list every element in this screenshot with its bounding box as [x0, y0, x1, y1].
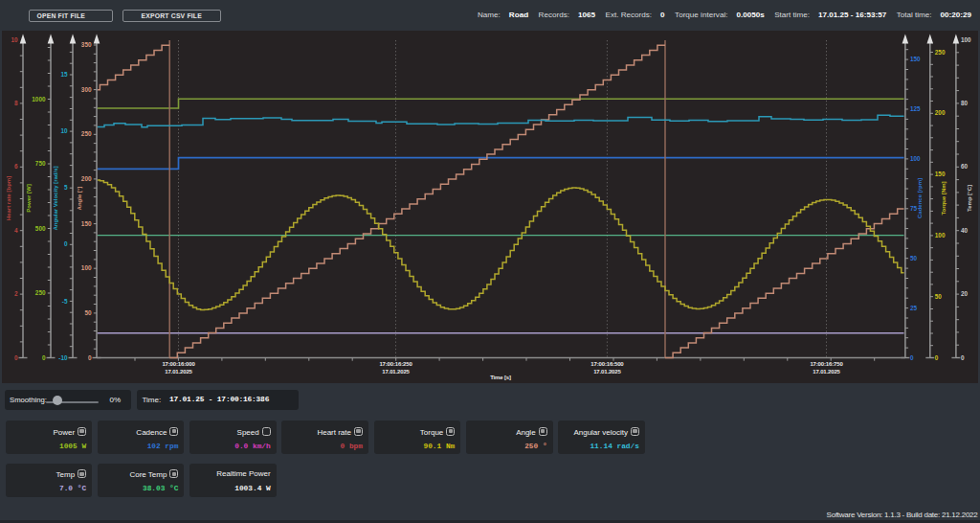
svg-text:17.01.2025: 17.01.2025	[382, 369, 410, 375]
svg-text:Temp [°C]: Temp [°C]	[967, 185, 972, 212]
svg-text:4: 4	[14, 227, 18, 234]
svg-text:0: 0	[14, 354, 18, 361]
svg-text:100: 100	[935, 232, 946, 239]
svg-text:Cadence [rpm]: Cadence [rpm]	[917, 178, 923, 218]
svg-text:0: 0	[910, 354, 914, 361]
svg-text:150: 150	[910, 56, 921, 62]
svg-text:17:00:16:250: 17:00:16:250	[379, 361, 412, 367]
svg-text:500: 500	[35, 225, 46, 232]
svg-text:0: 0	[64, 240, 68, 247]
svg-text:80: 80	[961, 100, 969, 106]
svg-text:300: 300	[81, 86, 92, 93]
svg-text:17.01.2025: 17.01.2025	[593, 369, 621, 375]
svg-text:25: 25	[910, 305, 918, 311]
svg-text:Angular Velocity [rad/s]: Angular Velocity [rad/s]	[53, 166, 58, 230]
svg-text:0: 0	[88, 354, 92, 361]
svg-text:150: 150	[935, 171, 946, 177]
svg-text:100: 100	[961, 36, 971, 43]
svg-text:Angle [°]: Angle [°]	[77, 187, 82, 211]
svg-text:150: 150	[81, 220, 92, 227]
svg-text:Heart rate [bpm]: Heart rate [bpm]	[6, 176, 11, 220]
svg-text:5: 5	[64, 184, 68, 191]
svg-text:0: 0	[42, 354, 46, 361]
svg-text:-10: -10	[58, 354, 68, 361]
svg-text:6: 6	[14, 163, 18, 170]
svg-text:0: 0	[935, 354, 939, 361]
svg-text:250: 250	[35, 289, 46, 296]
svg-text:50: 50	[935, 293, 943, 300]
svg-text:250: 250	[81, 130, 92, 137]
svg-text:20: 20	[961, 290, 969, 297]
svg-text:50: 50	[84, 309, 92, 316]
svg-text:10: 10	[60, 127, 68, 134]
svg-text:17.01.2025: 17.01.2025	[165, 369, 192, 375]
svg-text:1000: 1000	[32, 96, 46, 102]
svg-text:17:00:16:000: 17:00:16:000	[162, 361, 195, 367]
svg-text:-5: -5	[62, 298, 68, 305]
svg-text:2: 2	[14, 290, 18, 297]
svg-text:17:00:16:750: 17:00:16:750	[810, 361, 843, 367]
svg-text:17:00:16:500: 17:00:16:500	[590, 361, 624, 367]
svg-text:15: 15	[60, 71, 68, 78]
svg-text:Power [W]: Power [W]	[26, 184, 32, 212]
svg-text:750: 750	[35, 160, 46, 167]
svg-text:50: 50	[910, 255, 918, 262]
svg-text:10: 10	[11, 36, 18, 43]
svg-text:Torque [Nm]: Torque [Nm]	[941, 181, 947, 215]
svg-text:250: 250	[935, 49, 946, 56]
svg-text:60: 60	[961, 163, 969, 170]
svg-text:100: 100	[81, 264, 92, 271]
svg-text:0: 0	[961, 354, 965, 361]
svg-text:100: 100	[910, 155, 921, 162]
svg-text:8: 8	[14, 100, 18, 106]
svg-text:17.01.2025: 17.01.2025	[813, 369, 840, 375]
svg-text:200: 200	[935, 109, 946, 116]
svg-text:200: 200	[81, 175, 92, 182]
svg-text:125: 125	[910, 105, 921, 112]
svg-text:350: 350	[81, 41, 92, 48]
svg-text:40: 40	[961, 227, 969, 234]
svg-text:Time [s]: Time [s]	[490, 375, 511, 380]
